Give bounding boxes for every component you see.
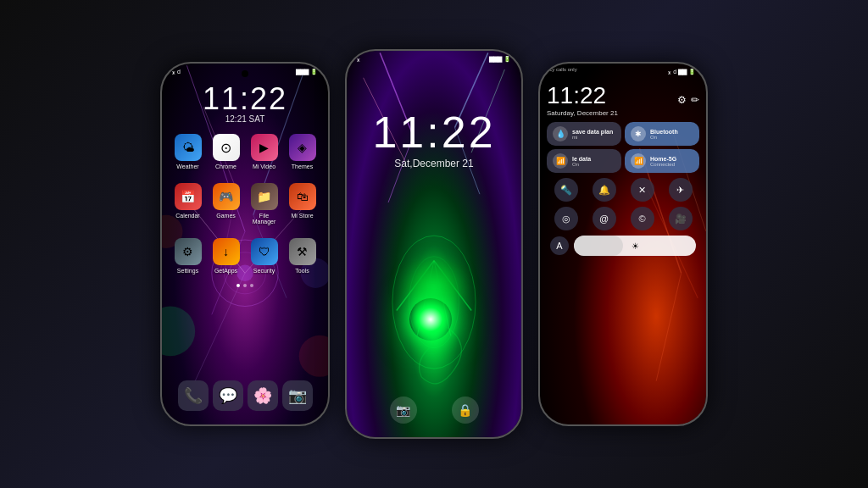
app-calendar[interactable]: 📅 Calendar xyxy=(172,183,203,225)
svg-line-29 xyxy=(656,273,681,380)
cc-bell-btn[interactable]: 🔔 xyxy=(593,178,616,202)
app-grid-row2: 📅 Calendar 🎮 Games 📁 File Manager 🛍 Mi S… xyxy=(162,176,328,231)
brightness-slider[interactable]: ☀ xyxy=(574,236,696,256)
app-settings[interactable]: ⚙ Settings xyxy=(172,238,203,274)
cc-video-btn[interactable]: 🎥 xyxy=(669,207,693,230)
app-grid-row1: 🌤 Weather ⊙ Chrome ▶ Mi Video ◈ xyxy=(162,127,328,176)
control-center: 11:22 Saturday, December 21 ⚙ ✏ 💧 xyxy=(540,77,706,261)
dock-gallery[interactable]: 🌸 xyxy=(248,380,278,411)
app-games[interactable]: 🎮 Games xyxy=(210,183,242,225)
lock-screen-bottom: 📷 🔒 xyxy=(347,396,521,424)
data-plan-icon: 💧 xyxy=(553,126,568,141)
status-bar-phone3: ⁎ d ▇▇ 🔋 xyxy=(540,64,706,77)
status-bar-phone2: ⁎ ▇▇▇ 🔋 xyxy=(347,51,521,64)
settings-icon[interactable]: ⚙ xyxy=(677,94,687,106)
dock-messages[interactable]: 💬 xyxy=(213,380,243,411)
punch-hole xyxy=(242,70,248,77)
cc-toggle-mobile-data[interactable]: 📶 le data On xyxy=(547,149,621,173)
cc-toggle-bluetooth[interactable]: ✱ Bluetooth On xyxy=(625,122,699,146)
lock-time: 11:22 Sat,December 21 xyxy=(347,64,521,176)
cc-toggles: 💧 save data plan mi ✱ Bluetooth On xyxy=(547,122,699,173)
phone-2: ⁎ ▇▇▇ 🔋 11:22 Sat,December 21 📷 🔒 xyxy=(345,49,523,439)
cc-quick-buttons-1: 🔦 🔔 ✕ ✈ xyxy=(547,178,699,202)
app-tools[interactable]: ⚒ Tools xyxy=(287,238,318,274)
dock-phone1: 📞 💬 🌸 📷 xyxy=(162,375,328,416)
dock-camera[interactable]: 📷 xyxy=(282,380,313,411)
bluetooth-icon: ✱ xyxy=(631,126,646,141)
cc-quick-buttons-2: ◎ @ © 🎥 xyxy=(547,207,699,230)
cc-mute-btn[interactable]: ✕ xyxy=(631,178,654,202)
app-themes[interactable]: ◈ Themes xyxy=(287,134,318,169)
cc-toggle-data-plan[interactable]: 💧 save data plan mi xyxy=(547,122,621,146)
main-container: ⁎ d ▇▇▇ 🔋 11:22 12:21 SAT 🌤 Weather xyxy=(0,0,868,488)
app-grid-row3: ⚙ Settings ↓ GetApps 🛡 Security ⚒ Tools xyxy=(162,231,328,280)
phone2-lock-icon[interactable]: 🔒 xyxy=(452,396,479,424)
cc-flashlight-btn[interactable]: 🔦 xyxy=(554,178,578,202)
phone2-camera-icon[interactable]: 📷 xyxy=(390,396,417,424)
svg-point-13 xyxy=(299,336,328,377)
clock-phone1: 11:22 12:21 SAT xyxy=(162,77,328,127)
app-security[interactable]: 🛡 Security xyxy=(248,238,280,274)
app-file-manager[interactable]: 📁 File Manager xyxy=(248,183,280,225)
dock-phone[interactable]: 📞 xyxy=(178,380,209,411)
cc-header: 11:22 Saturday, December 21 ⚙ ✏ xyxy=(547,82,699,117)
svg-point-12 xyxy=(162,307,195,357)
app-mi-video[interactable]: ▶ Mi Video xyxy=(248,134,280,169)
auto-brightness-btn[interactable]: A xyxy=(550,236,569,255)
cc-location-btn[interactable]: ◎ xyxy=(554,207,578,230)
app-getapps[interactable]: ↓ GetApps xyxy=(210,238,242,274)
cc-toggle-wifi[interactable]: 📶 Home-5G Connected xyxy=(625,149,699,173)
app-mi-store[interactable]: 🛍 Mi Store xyxy=(287,183,318,225)
phone-3: ncy calls only ⁎ d ▇▇ 🔋 11:22 Saturday, … xyxy=(538,62,708,426)
app-weather[interactable]: 🌤 Weather xyxy=(172,134,203,169)
app-chrome[interactable]: ⊙ Chrome xyxy=(210,134,242,169)
cc-brightness-row: A ☀ xyxy=(547,236,699,256)
cc-airplane-btn[interactable]: ✈ xyxy=(669,178,693,202)
page-dots xyxy=(162,280,328,291)
edit-icon[interactable]: ✏ xyxy=(691,94,699,106)
cc-focus-btn[interactable]: @ xyxy=(593,207,616,230)
wifi-icon: 📶 xyxy=(631,153,646,169)
mobile-data-icon: 📶 xyxy=(553,153,568,169)
cc-timer-btn[interactable]: © xyxy=(631,207,654,230)
phone-1: ⁎ d ▇▇▇ 🔋 11:22 12:21 SAT 🌤 Weather xyxy=(160,62,330,426)
